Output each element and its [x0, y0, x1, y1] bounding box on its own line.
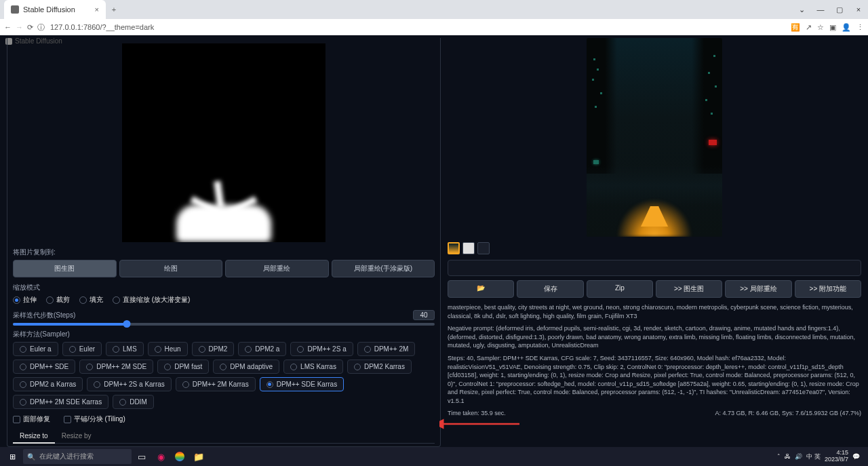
bookmark-star-icon[interactable]: ☆ — [817, 23, 824, 32]
generation-params-text: Steps: 40, Sampler: DPM++ SDE Karras, CF… — [448, 354, 861, 406]
sampler-option[interactable]: DPM++ SDE — [13, 360, 75, 374]
gallery-thumb-2[interactable] — [462, 242, 475, 254]
nav-reload-icon[interactable]: ⟳ — [27, 23, 33, 32]
resize-fill-radio[interactable]: 填充 — [79, 295, 103, 305]
sampler-option[interactable]: DPM adaptive — [213, 360, 279, 374]
resize-latent-radio[interactable]: 直接缩放 (放大潜变量) — [113, 295, 190, 305]
nav-forward-icon: → — [16, 23, 23, 31]
extensions-icon[interactable]: ▣ — [829, 23, 836, 32]
inpaint-canvas[interactable] — [122, 43, 326, 242]
gallery-thumb-3[interactable] — [477, 242, 490, 254]
sampler-option[interactable]: DPM2 a — [238, 342, 286, 356]
gallery-thumb-1[interactable] — [448, 242, 460, 254]
resize-stretch-radio[interactable]: 拉伸 — [13, 295, 37, 305]
close-window-icon[interactable]: × — [849, 3, 868, 16]
tiling-checkbox[interactable]: 平铺/分块 (Tiling) — [64, 414, 125, 424]
share-icon[interactable]: ↗ — [806, 23, 812, 32]
send-inpaint-button[interactable]: >> 局部重绘 — [725, 280, 791, 298]
nav-back-icon[interactable]: ← — [4, 23, 12, 31]
tab-resize-to[interactable]: Resize to — [13, 429, 55, 444]
sampler-option[interactable]: DPM2 Karras — [347, 360, 412, 374]
save-button[interactable]: 保存 — [517, 280, 583, 298]
sampler-option[interactable]: DPM++ SDE Karras — [260, 377, 344, 391]
new-tab-button[interactable]: + — [106, 1, 122, 18]
sampler-option[interactable]: DPM++ 2S a Karras — [87, 377, 171, 391]
sampler-option[interactable]: DPM2 — [192, 342, 235, 356]
tab-resize-by[interactable]: Resize by — [55, 429, 98, 443]
time-taken-text: Time taken: 35.9 sec. — [448, 410, 506, 416]
prompt-text: masterpiece, best quality, city streets … — [448, 303, 861, 320]
menu-dots-icon[interactable]: ⋮ — [856, 23, 864, 32]
sampler-label: 采样方法(Sampler) — [13, 330, 435, 339]
sampler-option[interactable]: DPM++ 2M Karras — [176, 377, 256, 391]
caret-down-icon[interactable]: ⌄ — [792, 3, 811, 16]
resize-crop-radio[interactable]: 裁剪 — [46, 295, 70, 305]
steps-label: 采样迭代步数(Steps) — [13, 311, 75, 320]
zip-button[interactable]: Zip — [587, 280, 653, 298]
resize-mode-label: 缩放模式 — [13, 283, 435, 292]
output-text-panel — [448, 260, 861, 276]
sampler-option[interactable]: DPM++ 2M SDE Karras — [13, 395, 108, 409]
copy-img2img-button[interactable]: 图生图 — [13, 260, 117, 277]
sampler-option[interactable]: DPM++ 2M — [357, 342, 416, 356]
sampler-option[interactable]: Euler a — [13, 342, 58, 356]
neg-prompt-text: Negative prompt: (deformed iris, deforme… — [448, 324, 861, 350]
output-image[interactable] — [587, 38, 722, 237]
sampler-option[interactable]: LMS Karras — [283, 360, 343, 374]
translate-icon[interactable]: 🈶 — [791, 23, 800, 32]
vram-text: A: 4.73 GB, R: 6.46 GB, Sys: 7.6/15.9932… — [715, 410, 861, 416]
copy-to-label: 将图片复制到: — [13, 248, 435, 257]
close-tab-icon[interactable]: × — [95, 5, 99, 14]
steps-value[interactable]: 40 — [413, 310, 435, 320]
sampler-option[interactable]: DDIM — [113, 395, 154, 409]
address-bar[interactable]: 127.0.0.1:7860/?__theme=dark — [50, 23, 785, 31]
send-img2img-button[interactable]: >> 图生图 — [656, 280, 722, 298]
sampler-option[interactable]: DPM++ 2S a — [290, 342, 353, 356]
tab-title: Stable Diffusion — [23, 5, 75, 14]
copy-inpaint-sketch-button[interactable]: 局部重绘(手涂蒙版) — [332, 260, 435, 277]
send-extra-button[interactable]: >> 附加功能 — [795, 280, 861, 298]
sampler-option[interactable]: Euler — [62, 342, 102, 356]
url-info-icon[interactable]: ⓘ — [37, 22, 45, 33]
face-restore-checkbox[interactable]: 面部修复 — [13, 414, 50, 424]
sampler-option[interactable]: DPM fast — [157, 360, 209, 374]
browser-tab[interactable]: Stable Diffusion × — [4, 0, 106, 19]
minimize-icon[interactable]: — — [811, 3, 830, 16]
maximize-icon[interactable]: ▢ — [830, 3, 849, 16]
sampler-option[interactable]: DPM++ 2M SDE — [79, 360, 153, 374]
steps-slider[interactable] — [13, 323, 435, 326]
sampler-option[interactable]: Heun — [148, 342, 188, 356]
tab-favicon — [11, 5, 19, 14]
open-folder-button[interactable]: 📂 — [448, 280, 514, 298]
profile-icon[interactable]: 👤 — [842, 23, 851, 32]
sampler-option[interactable]: LMS — [106, 342, 144, 356]
copy-inpaint-button[interactable]: 局部重绘 — [225, 260, 329, 277]
sampler-option[interactable]: DPM2 a Karras — [13, 377, 83, 391]
copy-draw-button[interactable]: 绘图 — [119, 260, 223, 277]
